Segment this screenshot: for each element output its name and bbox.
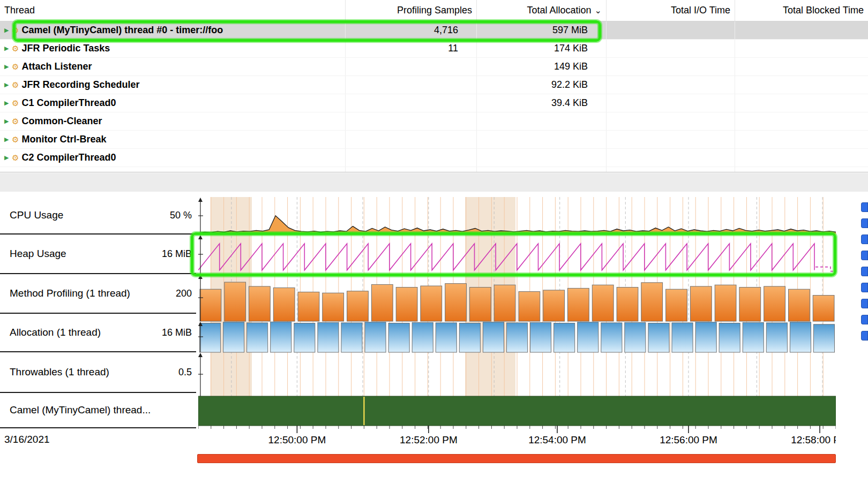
thread-table: Thread Profiling Samples Total Allocatio… [0,0,868,172]
table-row[interactable]: ▶⚙JFR Periodic Tasks 11 174 KiB [0,40,868,58]
table-row[interactable]: ▶⚙Common-Cleaner [0,112,868,131]
column-header-thread[interactable]: Thread [0,0,346,21]
table-row[interactable]: ▶⚙C1 CompilerThread0 39.4 KiB [0,94,868,112]
total-blocked-cell [735,149,868,167]
lane-label-heap-usage[interactable]: Heap Usage 16 MiB [0,235,196,274]
thread-icon: ⚙ [12,117,19,126]
profiling-samples-cell [346,94,477,112]
side-button[interactable] [861,283,868,292]
thread-name: Monitor Ctrl-Break [21,134,106,145]
total-allocation-cell: 92.2 KiB [477,76,607,94]
lane-label-cpu-usage[interactable]: CPU Usage 50 % [0,197,196,235]
table-row[interactable]: ▶⚙JFR Recording Scheduler 92.2 KiB [0,76,868,94]
thread-icon: ⚙ [12,44,19,54]
lane-label-method-profiling[interactable]: Method Profiling (1 thread) 200 [0,274,196,314]
lane-title: Throwables (1 thread) [0,366,109,378]
lane-axis-value: 0.5 [178,367,192,378]
lane-title: Allocation (1 thread) [0,327,101,338]
total-io-cell [607,149,735,167]
profiling-samples-cell: 4,716 [346,21,477,39]
thread-icon: ⚙ [12,26,19,35]
expand-icon[interactable]: ▶ [4,81,12,88]
lane-axis-value: 16 MiB [162,327,192,338]
expand-icon[interactable]: ▶ [4,27,12,34]
total-io-cell [607,40,735,57]
expand-icon[interactable]: ▶ [4,100,12,107]
thread-name: Common-Cleaner [21,116,102,127]
column-header-profiling-samples[interactable]: Profiling Samples [346,0,477,21]
total-allocation-cell: 597 MiB [477,21,607,39]
total-allocation-cell [477,112,607,130]
lane-label-allocation[interactable]: Allocation (1 thread) 16 MiB [0,314,196,352]
thread-icon: ⚙ [12,62,19,72]
total-blocked-cell [735,40,868,57]
side-button[interactable] [861,251,868,260]
timeline-chart-canvas[interactable]: 12:50:00 PM12:52:00 PM12:54:00 PM12:56:0… [198,192,836,484]
column-header-total-blocked-time[interactable]: Total Blocked Time [735,0,868,21]
side-button[interactable] [861,315,868,324]
total-allocation-cell: 39.4 KiB [477,94,607,112]
timeline-scrollbar[interactable] [197,454,836,463]
thread-name: JFR Periodic Tasks [21,43,110,54]
total-io-cell [607,112,735,130]
expand-icon[interactable]: ▶ [4,154,12,161]
side-button[interactable] [861,218,868,228]
table-row[interactable]: ▶⚙C2 CompilerThread0 [0,149,868,167]
side-button[interactable] [861,267,868,276]
total-blocked-cell [735,21,868,39]
profiling-samples-cell [346,58,477,75]
thread-icon: ⚙ [12,135,19,145]
total-io-cell [607,167,735,172]
lane-title: Heap Usage [0,248,66,260]
thread-name: Camel (MyTinyCamel) thread #0 - timer://… [21,25,223,36]
profiling-samples-cell [346,112,477,130]
lane-label-camel-thread[interactable]: Camel (MyTinyCamel) thread... [0,393,196,428]
profiling-samples-cell [346,131,477,148]
profiling-samples-cell: 11 [346,40,477,57]
column-header-total-io-time[interactable]: Total I/O Time [607,0,735,21]
total-blocked-cell [735,76,868,94]
side-button[interactable] [861,235,868,244]
total-allocation-cell: 149 KiB [477,58,607,75]
total-blocked-cell [735,167,868,172]
total-io-cell [607,76,735,94]
expand-icon[interactable]: ▶ [4,63,12,70]
thread-icon: ⚙ [12,99,19,108]
svg-text:12:50:00 PM: 12:50:00 PM [268,434,326,445]
total-allocation-cell [477,149,607,167]
lane-title: Camel (MyTinyCamel) thread... [0,404,151,416]
profiling-samples-cell [346,167,477,172]
total-blocked-cell [735,131,868,148]
total-allocation-cell [477,167,607,172]
svg-text:12:58:00 PM: 12:58:00 PM [791,434,836,445]
side-button[interactable] [861,202,868,212]
thread-name: C2 CompilerThread0 [21,152,116,163]
table-row[interactable]: ▶⚙Monitor Ctrl-Break [0,131,868,149]
lane-axis-value: 50 % [170,210,192,221]
section-divider [0,173,868,192]
total-io-cell [607,21,735,39]
timeline-chart-svg[interactable]: 12:50:00 PM12:52:00 PM12:54:00 PM12:56:0… [198,192,836,484]
thread-icon: ⚙ [12,171,19,173]
lane-label-throwables[interactable]: Throwables (1 thread) 0.5 [0,352,196,393]
total-io-cell [607,58,735,75]
profiling-samples-cell [346,76,477,94]
table-row-selected[interactable]: ▶⚙Camel (MyTinyCamel) thread #0 - timer:… [0,21,868,40]
expand-icon[interactable]: ▶ [4,136,12,143]
total-blocked-cell [735,112,868,130]
thread-name: main [21,170,44,172]
side-button[interactable] [861,331,868,341]
thread-name: JFR Recording Scheduler [21,79,139,90]
expand-icon[interactable]: ▶ [4,45,12,52]
lane-title: Method Profiling (1 thread) [0,288,130,299]
column-header-total-allocation[interactable]: Total Allocation ⌄ [477,0,607,21]
table-row-partial[interactable]: ▶⚙main [0,167,868,172]
lane-axis-value: 200 [176,288,192,299]
thread-icon: ⚙ [12,80,19,90]
expand-icon[interactable]: ▶ [4,118,12,125]
side-button[interactable] [861,299,868,308]
sort-desc-icon: ⌄ [595,5,602,16]
lane-title: CPU Usage [0,209,63,221]
table-row[interactable]: ▶⚙Attach Listener 149 KiB [0,58,868,76]
svg-text:12:56:00 PM: 12:56:00 PM [660,434,717,445]
